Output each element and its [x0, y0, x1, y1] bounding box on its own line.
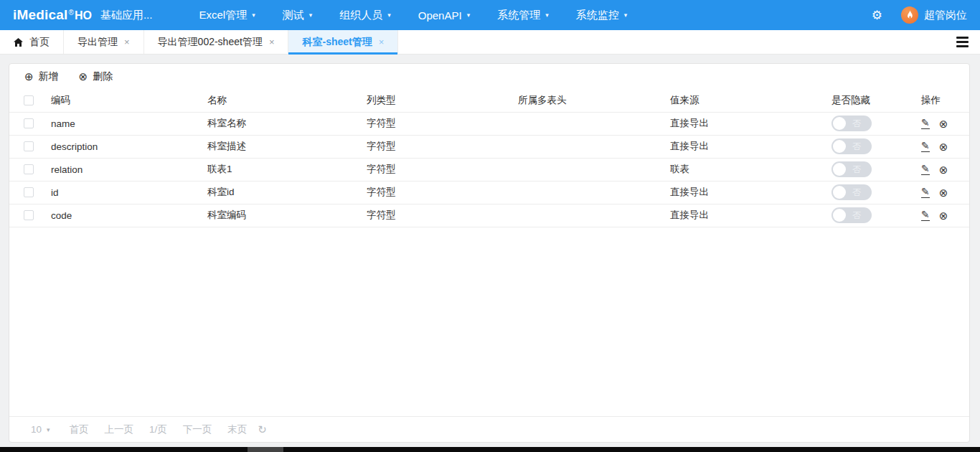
- row-delete-icon[interactable]: ⊗: [939, 141, 948, 152]
- tab-label: 导出管理: [77, 36, 118, 49]
- hidden-toggle[interactable]: 否: [831, 138, 872, 154]
- menu-item-label: 测试: [283, 9, 304, 22]
- hidden-toggle[interactable]: 否: [831, 116, 872, 131]
- table-row[interactable]: code 科室编码 字符型 直接导出 否 ✎ ⊗: [9, 204, 969, 227]
- close-icon[interactable]: ×: [124, 37, 130, 47]
- cell-valuesource: 联表: [660, 158, 821, 181]
- cell-code: relation: [41, 158, 197, 181]
- cell-valuesource: 直接导出: [660, 181, 821, 204]
- last-page-button[interactable]: 末页: [220, 423, 255, 436]
- cell-valuesource: 直接导出: [660, 204, 821, 227]
- user-menu[interactable]: 超管岗位: [901, 6, 967, 24]
- column-header-name: 名称: [197, 89, 357, 112]
- row-checkbox[interactable]: [24, 164, 34, 174]
- menu-item-sysadmin[interactable]: 系统管理 ▾: [484, 0, 562, 30]
- registered-mark-icon: ®: [69, 9, 74, 17]
- menu-item-sysmonitor[interactable]: 系统监控 ▾: [562, 0, 641, 30]
- add-button[interactable]: ⊕ 新增: [24, 70, 59, 83]
- tab-keshi-sheet-active[interactable]: 科室-sheet管理 ×: [288, 30, 398, 54]
- column-header-code: 编码: [41, 89, 197, 112]
- row-delete-icon[interactable]: ⊗: [939, 187, 948, 198]
- toggle-knob: [833, 163, 846, 176]
- menu-item-openapi[interactable]: OpenAPI ▾: [405, 0, 484, 30]
- cell-coltype: 字符型: [357, 135, 508, 158]
- toggle-knob: [833, 117, 846, 130]
- row-checkbox[interactable]: [24, 118, 34, 128]
- chevron-down-icon: ▾: [545, 11, 549, 19]
- menu-item-org[interactable]: 组织人员 ▾: [326, 0, 405, 30]
- cell-code: description: [41, 135, 197, 158]
- add-circle-icon: ⊕: [24, 71, 34, 82]
- cell-multiheader: [508, 158, 660, 181]
- add-button-label: 新增: [39, 70, 59, 83]
- cell-name: 科室名称: [197, 112, 357, 135]
- user-name: 超管岗位: [924, 9, 967, 22]
- tab-export-002-sheet[interactable]: 导出管理002-sheet管理 ×: [144, 30, 289, 54]
- table-row[interactable]: id 科室id 字符型 直接导出 否 ✎ ⊗: [9, 181, 969, 204]
- cell-coltype: 字符型: [357, 158, 508, 181]
- row-checkbox[interactable]: [24, 187, 34, 197]
- tab-bar: 首页 导出管理 × 导出管理002-sheet管理 × 科室-sheet管理 ×: [0, 30, 980, 55]
- logo-text: iMedical: [13, 7, 68, 23]
- first-page-button[interactable]: 首页: [62, 423, 97, 436]
- menu-item-excel[interactable]: Excel管理 ▾: [185, 0, 268, 30]
- edit-icon[interactable]: ✎: [921, 187, 930, 198]
- edit-icon[interactable]: ✎: [921, 209, 930, 221]
- cell-name: 科室编码: [197, 204, 357, 227]
- toggle-knob: [833, 209, 846, 222]
- tab-label: 科室-sheet管理: [302, 36, 372, 49]
- app-logo: iMedical®HO: [13, 7, 92, 23]
- row-delete-icon[interactable]: ⊗: [939, 164, 948, 175]
- delete-button-label: 删除: [93, 70, 113, 83]
- close-icon[interactable]: ×: [379, 37, 385, 47]
- hidden-toggle[interactable]: 否: [831, 207, 872, 223]
- next-page-button[interactable]: 下一页: [175, 423, 220, 436]
- cell-valuesource: 直接导出: [660, 112, 821, 135]
- edit-icon[interactable]: ✎: [921, 118, 930, 129]
- chevron-down-icon: ▾: [624, 11, 628, 19]
- column-header-multiheader: 所属多表头: [508, 89, 660, 112]
- hidden-toggle[interactable]: 否: [831, 184, 872, 200]
- cell-multiheader: [508, 112, 660, 135]
- cell-multiheader: [508, 181, 660, 204]
- menu-item-label: 系统管理: [497, 9, 540, 22]
- delete-button[interactable]: ⊗ 删除: [79, 70, 113, 83]
- row-checkbox[interactable]: [24, 210, 34, 220]
- hamburger-menu-icon[interactable]: [956, 34, 969, 50]
- row-checkbox[interactable]: [24, 141, 34, 151]
- table-row[interactable]: relation 联表1 字符型 联表 否 ✎ ⊗: [9, 158, 969, 181]
- select-all-checkbox[interactable]: [24, 95, 34, 105]
- gear-icon[interactable]: ⚙: [872, 9, 882, 22]
- toggle-knob: [833, 140, 846, 153]
- toggle-label: 否: [852, 141, 861, 153]
- page-size-value: 10: [31, 424, 42, 435]
- edit-icon[interactable]: ✎: [921, 141, 930, 152]
- page-size-select[interactable]: 10 ▾: [19, 424, 62, 435]
- close-icon[interactable]: ×: [269, 37, 275, 47]
- hidden-toggle[interactable]: 否: [831, 161, 872, 177]
- edit-icon[interactable]: ✎: [921, 164, 930, 175]
- main-menu: Excel管理 ▾ 测试 ▾ 组织人员 ▾ OpenAPI ▾ 系统管理 ▾ 系…: [185, 0, 641, 30]
- menu-item-test[interactable]: 测试 ▾: [269, 0, 326, 30]
- bottom-scrollbar[interactable]: [0, 447, 980, 452]
- table-row[interactable]: name 科室名称 字符型 直接导出 否 ✎ ⊗: [9, 112, 969, 135]
- row-delete-icon[interactable]: ⊗: [939, 118, 948, 129]
- pagination-bar: 10 ▾ 首页 上一页 1/页 下一页 末页 ↻: [9, 416, 969, 442]
- cell-code: code: [41, 204, 197, 227]
- prev-page-button[interactable]: 上一页: [97, 423, 142, 436]
- tab-export-mgmt[interactable]: 导出管理 ×: [64, 30, 144, 54]
- refresh-icon[interactable]: ↻: [255, 423, 270, 436]
- cell-coltype: 字符型: [357, 112, 508, 135]
- cell-code: name: [41, 112, 197, 135]
- table-row[interactable]: description 科室描述 字符型 直接导出 否 ✎ ⊗: [9, 135, 969, 158]
- menu-item-label: 系统监控: [576, 9, 619, 22]
- scrollbar-thumb[interactable]: [248, 447, 283, 452]
- chevron-down-icon: ▾: [47, 426, 50, 433]
- cell-coltype: 字符型: [357, 181, 508, 204]
- row-delete-icon[interactable]: ⊗: [939, 210, 948, 221]
- header-right: ⚙ 超管岗位: [872, 6, 967, 24]
- tab-home[interactable]: 首页: [0, 30, 64, 54]
- chevron-down-icon: ▾: [252, 11, 255, 19]
- toggle-label: 否: [852, 209, 861, 222]
- menu-item-label: Excel管理: [199, 9, 247, 22]
